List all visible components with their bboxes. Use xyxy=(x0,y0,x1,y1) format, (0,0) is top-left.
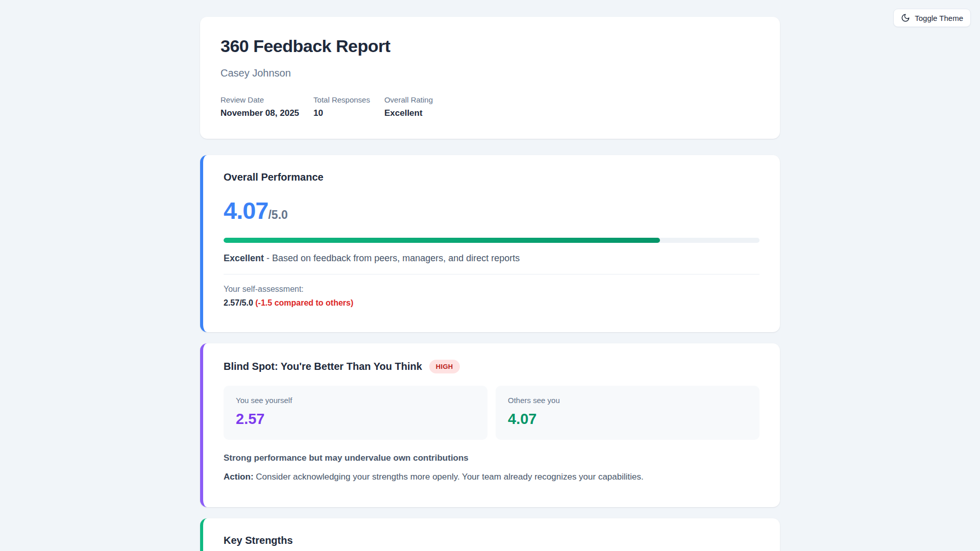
self-assessment-line: 2.57/5.0 (-1.5 compared to others) xyxy=(224,298,760,308)
rating-label: Excellent xyxy=(224,253,264,263)
meta-label: Overall Rating xyxy=(384,95,433,104)
meta-value: Excellent xyxy=(384,108,433,118)
perception-compare-row: You see yourself 2.57 Others see you 4.0… xyxy=(224,386,760,440)
others-view-box: Others see you 4.07 xyxy=(496,386,760,440)
overall-progress-track xyxy=(224,238,760,243)
moon-icon xyxy=(901,13,910,22)
key-strengths-title: Key Strengths xyxy=(224,535,760,546)
severity-badge: HIGH xyxy=(429,360,460,373)
meta-value: 10 xyxy=(313,108,370,118)
self-assessment-label: Your self-assessment: xyxy=(224,285,760,294)
rating-description: - Based on feedback from peers, managers… xyxy=(266,253,520,263)
divider xyxy=(224,274,760,274)
meta-label: Total Responses xyxy=(313,95,370,104)
meta-label: Review Date xyxy=(220,95,299,104)
action-text: Consider acknowledging your strengths mo… xyxy=(256,472,643,482)
overall-score-value: 4.07 xyxy=(224,196,268,224)
report-page: 360 Feedback Report Casey Johnson Review… xyxy=(200,0,780,551)
self-assessment-gap: (-1.5 compared to others) xyxy=(255,298,353,307)
blind-spot-card: Blind Spot: You're Better Than You Think… xyxy=(200,343,780,507)
overall-score-max: /5.0 xyxy=(268,208,287,222)
header-card: 360 Feedback Report Casey Johnson Review… xyxy=(200,17,780,139)
self-view-box: You see yourself 2.57 xyxy=(224,386,487,440)
key-strengths-card: Key Strengths Technical Skills Others' a… xyxy=(200,518,780,551)
action-label: Action: xyxy=(224,472,254,482)
blind-spot-title: Blind Spot: You're Better Than You Think xyxy=(224,361,422,372)
blind-spot-title-row: Blind Spot: You're Better Than You Think… xyxy=(224,360,760,373)
overall-score: 4.07 /5.0 xyxy=(224,196,760,224)
meta-value: November 08, 2025 xyxy=(220,108,299,118)
blind-spot-summary: Strong performance but may undervalue ow… xyxy=(224,453,760,463)
blind-spot-action: Action: Consider acknowledging your stre… xyxy=(224,472,760,482)
others-view-value: 4.07 xyxy=(508,411,747,428)
self-assessment-score: 2.57/5.0 xyxy=(224,298,253,307)
page-title: 360 Feedback Report xyxy=(220,36,760,56)
meta-review-date: Review Date November 08, 2025 xyxy=(220,95,299,118)
self-view-label: You see yourself xyxy=(236,396,475,405)
others-view-label: Others see you xyxy=(508,396,747,405)
subject-name: Casey Johnson xyxy=(220,67,760,79)
meta-overall-rating: Overall Rating Excellent xyxy=(384,95,433,118)
toggle-theme-button[interactable]: Toggle Theme xyxy=(893,9,971,27)
overall-progress-fill xyxy=(224,238,660,243)
overall-performance-card: Overall Performance 4.07 /5.0 Excellent … xyxy=(200,155,780,332)
header-meta-row: Review Date November 08, 2025 Total Resp… xyxy=(220,95,760,118)
toggle-theme-label: Toggle Theme xyxy=(915,14,963,22)
meta-total-responses: Total Responses 10 xyxy=(313,95,370,118)
overall-performance-title: Overall Performance xyxy=(224,171,760,183)
self-view-value: 2.57 xyxy=(236,411,475,428)
overall-rating-line: Excellent - Based on feedback from peers… xyxy=(224,253,760,264)
